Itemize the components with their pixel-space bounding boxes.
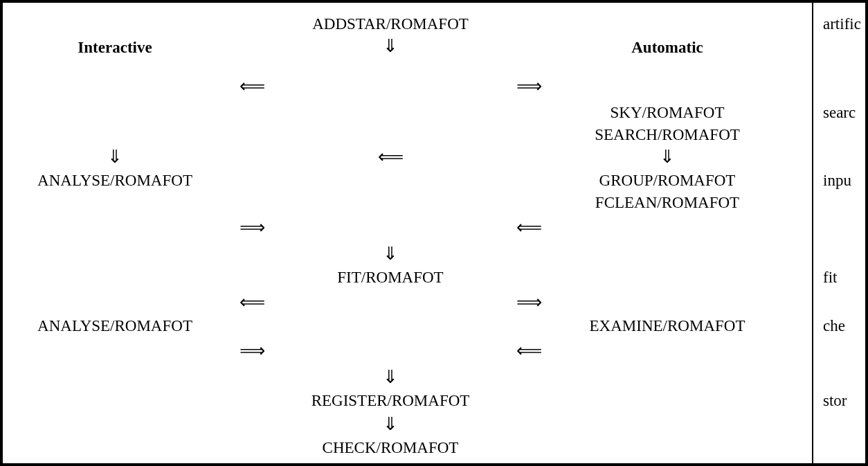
side-stor: stor [823,392,847,410]
cmd-analyse-1: ANALYSE/ROMAFOT [37,172,192,190]
arrow-left-2: ⟸ [239,294,265,312]
side-che: che [823,317,845,335]
arrow-down-4: ⇓ [383,415,398,433]
arrow-left-mid: ⟸ [378,148,404,166]
cmd-fit: FIT/ROMAFOT [337,269,443,287]
cmd-examine: EXAMINE/ROMAFOT [590,317,745,335]
cmd-addstar: ADDSTAR/ROMAFOT [312,15,469,33]
arrow-down-left: ⇓ [107,148,123,166]
header-interactive: Interactive [78,39,152,57]
side-inpu: inpu [823,172,851,190]
arrow-left-merge1: ⟸ [516,219,542,237]
side-searc: searc [823,104,856,122]
arrow-right-merge2: ⟹ [239,342,265,360]
header-automatic: Automatic [631,39,703,57]
arrow-right-merge1: ⟹ [239,219,265,237]
cmd-sky: SKY/ROMAFOT [611,104,725,122]
cmd-check: CHECK/ROMAFOT [323,439,459,457]
arrow-right-1: ⟹ [516,78,542,96]
arrow-right-2: ⟹ [516,294,542,312]
cmd-search: SEARCH/ROMAFOT [595,126,740,144]
main-diagram: ADDSTAR/ROMAFOT Interactive ⇓ Automatic … [3,3,812,463]
side-column: artific searc inpu fit che stor [812,3,865,463]
arrow-down-right: ⇓ [660,148,675,166]
side-fit: fit [823,269,837,287]
arrow-down-3: ⇓ [383,368,398,386]
arrow-down-1: ⇓ [383,37,398,55]
cmd-analyse-2: ANALYSE/ROMAFOT [37,317,192,335]
cmd-register: REGISTER/ROMAFOT [311,392,470,410]
arrow-left-merge2: ⟸ [516,342,542,360]
cmd-fclean: FCLEAN/ROMAFOT [595,194,739,212]
arrow-down-2: ⇓ [383,245,398,263]
cmd-group: GROUP/ROMAFOT [599,172,736,190]
arrow-left-1: ⟸ [239,78,265,96]
diagram-frame: ADDSTAR/ROMAFOT Interactive ⇓ Automatic … [0,0,868,466]
side-artific: artific [823,15,861,33]
